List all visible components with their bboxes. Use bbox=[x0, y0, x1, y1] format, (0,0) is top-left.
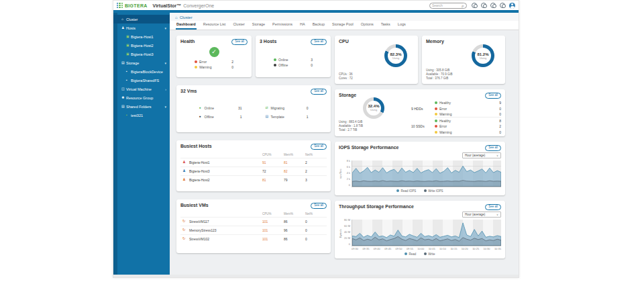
storage-icon: ▤ bbox=[121, 61, 126, 64]
net-value: 3 bbox=[305, 178, 327, 182]
status-value: 3 bbox=[311, 58, 313, 62]
table-row[interactable]: ↻ StressVM102 101 86 0 bbox=[180, 234, 327, 243]
see-all-button[interactable]: See all bbox=[485, 204, 501, 210]
legend-label: Write IOPS bbox=[428, 189, 443, 193]
cpu-value: 91 bbox=[262, 160, 284, 164]
status-value: 0 bbox=[311, 63, 313, 67]
tab-storage-pool[interactable]: Storage Pool bbox=[331, 22, 354, 30]
status-label: Warning bbox=[199, 65, 211, 69]
table-row[interactable]: ♟ Bigtera-Host1 91 81 2 bbox=[180, 158, 327, 167]
tab-dashboard[interactable]: Dashboard bbox=[176, 22, 197, 30]
tab-options[interactable]: Options bbox=[360, 22, 374, 30]
card-title: IOPS Storage Performance bbox=[339, 145, 398, 150]
table-row[interactable]: ↻ MemoryStress123 101 96 0 bbox=[180, 226, 327, 234]
alerts-icon[interactable] bbox=[481, 3, 486, 8]
throughput-chart-svg bbox=[352, 220, 501, 246]
cpu-value: 101 bbox=[262, 237, 284, 241]
chart-legend: Read Write bbox=[339, 252, 501, 256]
tab-tasks[interactable]: Tasks bbox=[380, 22, 391, 30]
sidebar-item-cluster[interactable]: ⌂ Cluster bbox=[113, 15, 170, 23]
status-label: Offline bbox=[278, 63, 288, 67]
sidebar-item-test321[interactable]: ▪ test321 bbox=[117, 111, 170, 120]
status-value: 0 bbox=[307, 106, 309, 110]
mem-value: 82 bbox=[284, 169, 305, 173]
sidebar-item-label: Bigtera-Host3 bbox=[131, 52, 154, 56]
card-title: Health bbox=[180, 39, 195, 44]
bigtera-logo-icon bbox=[117, 3, 123, 9]
chart-legend: Read IOPS Write IOPS bbox=[339, 189, 501, 193]
sidebar-item-resource-group[interactable]: ✱ Resource Group bbox=[117, 93, 170, 102]
see-all-button[interactable]: See all bbox=[311, 89, 327, 95]
sidebar-item-storage[interactable]: ▤ Storage ▾ bbox=[117, 58, 170, 67]
tab-permissions[interactable]: Permissions bbox=[272, 22, 293, 30]
search-input[interactable]: Search ⌕ bbox=[429, 3, 467, 9]
table-row[interactable]: ♟ Bigtera-Host3 72 82 2 bbox=[180, 167, 327, 175]
top-header: BIGTERA VirtualStor™ ConvergerOne Search… bbox=[113, 1, 519, 10]
user-avatar-icon[interactable] bbox=[509, 3, 515, 9]
sidebar-item-label: Hosts bbox=[126, 26, 136, 30]
see-all-button[interactable]: See all bbox=[231, 39, 248, 45]
column-header: Net% bbox=[305, 212, 327, 216]
legend-label: Write bbox=[428, 252, 435, 256]
table-row[interactable]: ↻ StressVM117 101 86 0 bbox=[180, 217, 327, 226]
status-label: Error bbox=[199, 60, 207, 64]
cluster-icon: ⌂ bbox=[121, 17, 126, 21]
window-footer-bar bbox=[113, 275, 519, 277]
error-dot-icon bbox=[435, 107, 437, 110]
see-all-button[interactable]: See all bbox=[311, 203, 327, 209]
home-icon: ⌂ bbox=[175, 15, 178, 19]
vms-card: 32 Vms See all ● Online 31 ● bbox=[176, 85, 331, 132]
events-icon[interactable] bbox=[500, 3, 505, 8]
sidebar-item-bigtera-sharedfs[interactable]: ▪ BigteraSharedFS bbox=[117, 76, 170, 85]
breadcrumb[interactable]: ⌂ Cluster bbox=[170, 13, 519, 21]
refresh-icon[interactable] bbox=[472, 3, 477, 8]
main-area: ⌂ Cluster Dashboard Resource List Cluste… bbox=[170, 13, 519, 275]
cpu-value: 81 bbox=[262, 178, 284, 182]
card-title: Busiest Hosts bbox=[180, 144, 212, 148]
see-all-button[interactable]: See all bbox=[485, 145, 501, 151]
interval-select[interactable]: Hour (average) ∨ bbox=[462, 152, 501, 158]
cpu-value: 101 bbox=[262, 220, 284, 224]
sidebar-item-bigtera-host2[interactable]: ▣ Bigtera-Host2 bbox=[117, 41, 170, 50]
status-row: ● Online 31 bbox=[199, 105, 242, 111]
sidebar-item-bigtera-host3[interactable]: ▣ Bigtera-Host3 bbox=[117, 50, 170, 58]
status-value: 2 bbox=[231, 60, 233, 64]
host-icon: ▣ bbox=[126, 52, 131, 56]
column-header: Mem% bbox=[284, 212, 305, 216]
x-tick-label: 10:00 bbox=[417, 247, 424, 250]
see-all-button[interactable]: See all bbox=[311, 39, 327, 45]
tab-cluster[interactable]: Cluster bbox=[232, 22, 245, 30]
see-all-button[interactable]: See all bbox=[311, 144, 327, 150]
see-all-button[interactable]: See all bbox=[485, 93, 501, 99]
status-label: Migrating bbox=[271, 106, 285, 110]
iops-chart-svg bbox=[352, 160, 501, 187]
sidebar-item-hosts[interactable]: ♟ Hosts ▾ bbox=[117, 23, 170, 32]
error-dot-icon bbox=[435, 125, 437, 128]
sidebar-item-bigtera-host1[interactable]: ▣ Bigtera-Host1 bbox=[117, 32, 170, 41]
sidebar-item-bigtera-blockdevice[interactable]: ▪ BigteraBlockDevice bbox=[117, 67, 170, 76]
interval-select[interactable]: Hour (average) ∨ bbox=[462, 211, 501, 218]
template-icon: ▤ bbox=[266, 115, 269, 118]
chevron-down-icon[interactable]: ▾ bbox=[164, 26, 166, 30]
tab-storage[interactable]: Storage bbox=[252, 22, 266, 30]
sidebar-item-shared-folders[interactable]: ▤ Shared Folders ▾ bbox=[117, 102, 170, 111]
chevron-down-icon[interactable]: ▾ bbox=[164, 105, 166, 109]
tab-resource-list[interactable]: Resource List bbox=[203, 22, 227, 30]
tab-logs[interactable]: Logs bbox=[397, 22, 407, 30]
sidebar-item-virtual-machine[interactable]: ◫ Virtual Machine › bbox=[117, 85, 170, 93]
search-icon[interactable]: ⌕ bbox=[462, 3, 464, 8]
tab-backup[interactable]: Backup bbox=[312, 22, 325, 30]
chevron-down-icon[interactable]: ▾ bbox=[164, 61, 166, 65]
sidebar: ⌂ Cluster ♟ Hosts ▾ ▣ Bigtera-Host1 ▣ Bi… bbox=[113, 13, 170, 275]
tasks-icon[interactable] bbox=[490, 3, 496, 8]
status-row: Warning 0 bbox=[435, 129, 501, 135]
tab-ha[interactable]: HA bbox=[299, 22, 306, 30]
chevron-right-icon[interactable]: › bbox=[165, 87, 166, 91]
x-tick-label: 09:45 bbox=[384, 247, 391, 250]
storage-caption: Using bbox=[370, 108, 377, 111]
status-value: 1 bbox=[307, 115, 309, 119]
busiest-vms-card: Busiest VMs See all CPU% Mem% Net% ↻ Str… bbox=[176, 199, 331, 253]
table-row[interactable]: ♟ Bigtera-Host2 81 79 3 bbox=[180, 175, 327, 184]
status-row: ● Offline 1 bbox=[199, 114, 242, 120]
status-label: Error bbox=[439, 124, 447, 128]
